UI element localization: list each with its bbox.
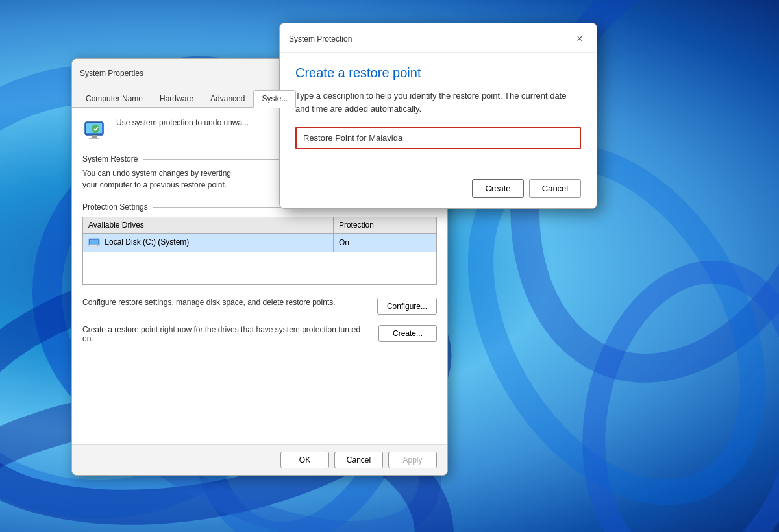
tab-computer-name[interactable]: Computer Name xyxy=(77,90,151,107)
svg-rect-3 xyxy=(92,135,97,138)
configure-button[interactable]: Configure... xyxy=(377,298,437,315)
system-restore-label: System Restore xyxy=(82,154,138,163)
dialog-create-button[interactable]: Create xyxy=(472,179,524,198)
dialog-title: System Protection xyxy=(289,34,352,43)
drive-icon xyxy=(88,237,100,248)
tab-advanced[interactable]: Advanced xyxy=(202,90,253,107)
window-title: System Properties xyxy=(80,69,143,78)
system-protect-text: Use system protection to undo unwa... xyxy=(116,118,249,144)
dialog-description: Type a description to help you identify … xyxy=(295,90,581,115)
window-footer: OK Cancel Apply xyxy=(72,444,447,475)
svg-point-8 xyxy=(97,245,98,247)
dialog-cancel-button[interactable]: Cancel xyxy=(529,179,581,198)
system-protect-icon xyxy=(82,118,108,144)
restore-point-input[interactable] xyxy=(295,127,581,149)
configure-desc: Configure restore settings, manage disk … xyxy=(82,298,369,307)
configure-row: Configure restore settings, manage disk … xyxy=(82,298,437,315)
table-row-empty xyxy=(83,252,437,284)
protection-settings-section: Protection Settings Available Drives Pro… xyxy=(82,202,437,285)
ok-button[interactable]: OK xyxy=(280,452,329,468)
create-desc: Create a restore point right now for the… xyxy=(82,325,371,343)
table-row[interactable]: Local Disk (C:) (System) On xyxy=(83,234,437,252)
apply-button[interactable]: Apply xyxy=(388,452,437,468)
cancel-button[interactable]: Cancel xyxy=(334,452,383,468)
dialog-content: Create a restore point Type a descriptio… xyxy=(280,53,597,173)
svg-rect-6 xyxy=(90,240,98,245)
system-protection-dialog: System Protection × Create a restore poi… xyxy=(279,23,597,209)
protection-settings-label: Protection Settings xyxy=(82,202,148,212)
dialog-close-button[interactable]: × xyxy=(572,31,587,47)
dialog-titlebar: System Protection × xyxy=(280,23,597,53)
svg-rect-4 xyxy=(89,138,99,139)
protection-status-cell: On xyxy=(333,234,436,252)
drive-name-cell: Local Disk (C:) (System) xyxy=(83,234,334,252)
col-protection: Protection xyxy=(333,217,436,234)
create-button[interactable]: Create... xyxy=(378,325,437,342)
create-row: Create a restore point right now for the… xyxy=(82,325,437,343)
tab-system-protection[interactable]: Syste... xyxy=(253,90,296,108)
dialog-main-title: Create a restore point xyxy=(295,66,581,80)
col-available-drives: Available Drives xyxy=(83,217,334,234)
tab-hardware[interactable]: Hardware xyxy=(151,90,202,107)
drives-table: Available Drives Protection xyxy=(82,217,437,285)
dialog-footer: Create Cancel xyxy=(280,173,597,208)
